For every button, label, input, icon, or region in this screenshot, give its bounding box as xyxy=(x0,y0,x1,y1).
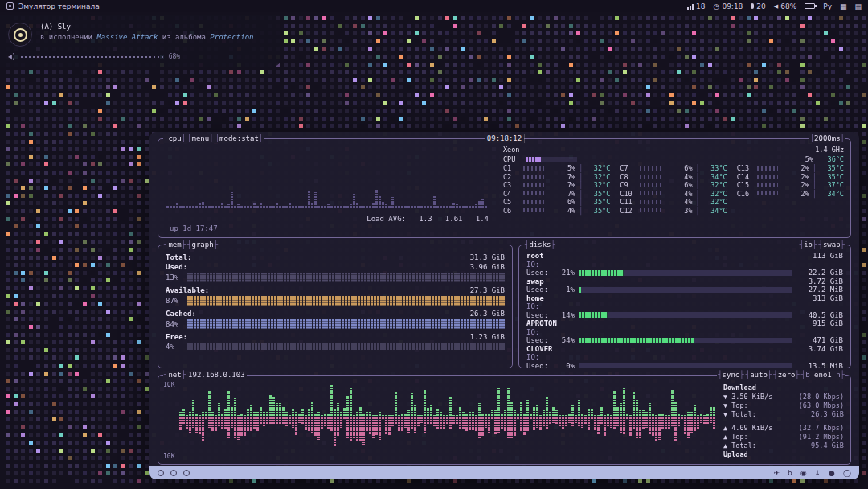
tray-grid-button[interactable]: ▦ xyxy=(840,2,847,10)
core-row-c10: C104%│32°C xyxy=(620,190,727,199)
disks-opt-tab-io[interactable]: ┤io├ xyxy=(799,240,818,249)
eyes-icon[interactable]: ◉ xyxy=(800,469,807,477)
core-percent: 7% xyxy=(558,181,575,190)
disks-opt-tab-label-swap: swap xyxy=(823,240,841,249)
upload-stat-label: ▲ 4.09 KiB/s xyxy=(723,424,772,433)
net-opt-tab-zero[interactable]: ┤zero├ xyxy=(772,371,800,380)
cpu-tab-menu[interactable]: ┤menu├ xyxy=(186,134,215,143)
disk-swap: swap3.72 GiB xyxy=(526,277,843,286)
uptime: up 1d 17:47 xyxy=(170,224,218,232)
tray-volume[interactable]: ◀ 68% xyxy=(774,2,796,10)
mem-meter-row-used: 13% xyxy=(166,273,505,282)
keyboard-layout-label: Ру xyxy=(823,2,832,10)
mem-meter-available xyxy=(187,296,505,306)
core-row-c12: C123%│34°C xyxy=(620,207,727,216)
disk-used-value: 22.2 GiB xyxy=(796,269,843,277)
tray-list-button[interactable]: ▤ xyxy=(854,2,862,10)
album-name: Protection xyxy=(210,33,253,41)
disk-used-meter xyxy=(579,270,792,276)
core-percent: 4% xyxy=(675,198,693,207)
cpu-tab-label-cpu: cpu xyxy=(168,134,181,142)
circle-icon[interactable]: ◯ xyxy=(843,469,851,477)
upload-stat-value: (91.2 Mbps) xyxy=(799,433,844,442)
workspace-indicator-2[interactable] xyxy=(170,470,177,476)
tray-indicator-value: 18 xyxy=(696,2,705,10)
disk-used-percent: 54% xyxy=(554,336,575,345)
core-separator: │ xyxy=(578,173,583,182)
cpu-core-table: Xeon 1.4 GHz CPU 5% 36°C C15%│32°CC27%│3… xyxy=(503,146,844,234)
core-name: C5 xyxy=(503,198,521,207)
mem-value: 1.23 GiB xyxy=(470,332,505,342)
mem-tab-label-graph: graph xyxy=(192,240,214,249)
net-opt-tab-auto[interactable]: ┤auto├ xyxy=(745,371,773,380)
net-tab-net[interactable]: ┤net├ xyxy=(163,371,186,380)
mem-tab-mem[interactable]: ┤mem├ xyxy=(163,240,186,249)
music-notification[interactable]: (A) Sly в исполнении Massive Attack из а… xyxy=(0,15,280,67)
upload-graph xyxy=(179,417,715,458)
upload-stat-row-2: ▲ Total:95.4 GiB xyxy=(723,442,844,450)
disks-tab-disks[interactable]: ┤disks├ xyxy=(524,240,556,249)
workspace-indicator-1[interactable] xyxy=(158,470,164,476)
interface-selector[interactable]: ┤b eno1 n├ xyxy=(800,371,845,380)
disks-opt-tab-swap[interactable]: ┤swap├ xyxy=(817,240,845,249)
disk-used-percent: 1% xyxy=(554,286,575,294)
core-temp: 35°C xyxy=(820,173,844,182)
tray-mic[interactable]: 20 xyxy=(751,2,765,10)
dot-icon[interactable]: ● xyxy=(829,469,835,477)
download-icon[interactable]: ↓ xyxy=(815,469,821,477)
cpu-total-temp: 36°C xyxy=(817,155,844,164)
core-temp: 34°C xyxy=(703,173,727,182)
core-name: C1 xyxy=(503,164,521,173)
core-separator: │ xyxy=(695,198,701,207)
download-graph xyxy=(179,384,715,416)
notification-progress-bar xyxy=(21,56,164,58)
core-row-c11: C114%│32°C xyxy=(620,198,727,207)
bold-icon[interactable]: b xyxy=(788,469,792,477)
update-interval[interactable]: ┤2000ms├ xyxy=(809,134,845,143)
disk-used-meter xyxy=(579,287,792,293)
mem-percent: 4% xyxy=(166,343,183,351)
disk-root: root113 GiB xyxy=(526,252,843,261)
interface-name: eno1 xyxy=(814,371,832,379)
mem-tab-graph[interactable]: ┤graph├ xyxy=(186,240,219,249)
disk-used-percent: 0% xyxy=(554,362,575,371)
cpu-tab-mode-stat[interactable]: ┤mode:stat├ xyxy=(215,134,264,143)
core-row-c15: C152%│37°C xyxy=(737,181,844,190)
tray-keyboard-layout[interactable]: Ру xyxy=(823,2,832,10)
core-meter xyxy=(523,191,544,195)
terminal-window[interactable]: ┤cpu├┤menu├┤mode:stat├ 09:18:12 ┤2000ms├… xyxy=(149,132,859,479)
send-icon[interactable]: ✈ xyxy=(773,469,780,477)
upload-stat-value: 95.4 GiB xyxy=(811,442,844,450)
core-percent: 6% xyxy=(558,198,575,207)
core-percent: 7% xyxy=(558,173,575,182)
mem-row-available: Available:27.3 GiB xyxy=(166,286,505,295)
interface-next-key: n xyxy=(832,371,841,379)
tray-battery[interactable] xyxy=(805,3,815,9)
disk-used-meter xyxy=(579,338,792,343)
core-percent: 4% xyxy=(675,190,693,199)
network-graph: 10K 10K xyxy=(163,382,717,459)
core-temp: 32°C xyxy=(586,164,610,173)
core-separator: │ xyxy=(578,207,583,216)
core-percent: 6% xyxy=(675,164,693,173)
mem-tab-label-mem: mem xyxy=(168,240,181,249)
disk-used-value: 13.5 MiB xyxy=(796,362,843,371)
core-name: C3 xyxy=(503,181,521,190)
core-row-c13: C132%│35°C xyxy=(737,164,844,173)
core-name: C6 xyxy=(503,207,521,216)
core-meter xyxy=(757,166,778,171)
disk-used-label: Used: xyxy=(526,336,554,345)
speaker-icon: ◀) xyxy=(8,53,16,60)
core-percent: 5% xyxy=(558,164,575,173)
app-menu-icon[interactable] xyxy=(6,2,14,10)
download-stat-value: 26.3 GiB xyxy=(811,410,844,419)
core-percent: 6% xyxy=(675,181,693,190)
tray-indicator[interactable]: 18 xyxy=(687,2,705,10)
tray-clock[interactable]: ◷ 09:18 xyxy=(714,2,743,10)
cpu-tab-cpu[interactable]: ┤cpu├ xyxy=(163,134,186,143)
disk-used-value: 40.5 GiB xyxy=(796,311,843,320)
net-opt-tab-sync[interactable]: ┤sync├ xyxy=(717,371,745,380)
cpu-frequency: 1.4 GHz xyxy=(815,146,844,154)
workspace-indicator-3[interactable] xyxy=(183,470,190,476)
mic-icon xyxy=(751,3,754,9)
